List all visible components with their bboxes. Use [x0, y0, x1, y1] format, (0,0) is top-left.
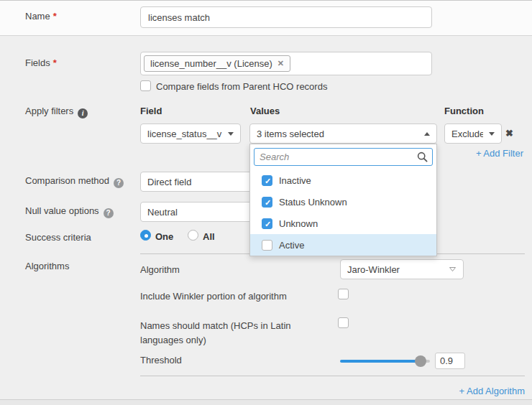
match-rule-form: Name* Fields* license_number__v (License…	[0, 0, 532, 405]
null-value-options-label: Null value options?	[25, 205, 114, 218]
filter-field-value: license_status__v …	[147, 129, 222, 139]
filter-function-select[interactable]: Exclude	[444, 124, 502, 144]
dropdown-search	[254, 148, 433, 166]
dropdown-option-unknown[interactable]: Unknown	[250, 213, 436, 234]
dropdown-option-active[interactable]: Active	[250, 234, 436, 256]
radio-all-label[interactable]: All	[203, 231, 215, 242]
radio-all[interactable]	[188, 230, 198, 241]
caret-up-icon	[424, 132, 430, 136]
algorithm-value: Jaro-Winkler	[347, 264, 449, 275]
search-input[interactable]	[254, 148, 433, 166]
help-icon[interactable]: ?	[104, 208, 114, 218]
remove-filter-icon[interactable]: ✖	[505, 128, 513, 139]
slider-track-filled	[340, 360, 421, 363]
column-header-function: Function	[444, 106, 484, 116]
include-winkler-label: Include Winkler portion of algorithm	[140, 291, 287, 302]
name-input[interactable]	[140, 6, 432, 28]
radio-one-label[interactable]: One	[155, 231, 173, 242]
info-icon[interactable]: i	[78, 108, 88, 118]
option-label: Unknown	[279, 218, 318, 229]
section-divider	[140, 376, 525, 376]
footer-strip	[0, 399, 532, 405]
apply-filters-label-text: Apply filters	[25, 106, 73, 116]
option-checkbox[interactable]	[262, 197, 272, 208]
name-label-text: Name	[25, 11, 50, 22]
apply-filters-label: Apply filtersi	[25, 106, 88, 118]
names-match-label: Names should match (HCPs in Latin langua…	[140, 319, 311, 348]
required-asterisk: *	[53, 57, 57, 68]
null-value-options-value: Neutral	[147, 207, 252, 218]
threshold-slider[interactable]	[340, 355, 430, 367]
threshold-input[interactable]	[435, 353, 465, 369]
add-algorithm-link[interactable]: + Add Algorithm	[459, 386, 525, 396]
values-dropdown-panel: Inactive Status Unknown Unknown Active	[249, 144, 437, 256]
filter-function-value: Exclude	[451, 129, 483, 139]
comparison-method-label: Comparison method?	[25, 175, 124, 188]
dropdown-option-inactive[interactable]: Inactive	[250, 169, 436, 191]
help-icon[interactable]: ?	[114, 178, 124, 188]
option-checkbox[interactable]	[262, 218, 272, 229]
fields-label-text: Fields	[25, 57, 50, 68]
radio-one[interactable]	[140, 230, 151, 241]
names-match-checkbox[interactable]	[338, 317, 349, 328]
caret-down-icon	[489, 132, 495, 136]
comparison-method-select[interactable]: Direct field	[140, 172, 259, 192]
caret-outline-down-icon	[449, 266, 457, 272]
option-label: Status Unknown	[279, 197, 347, 208]
comparison-method-value: Direct field	[147, 177, 252, 187]
column-header-values: Values	[250, 106, 280, 116]
filter-values-select[interactable]: 3 items selected	[249, 124, 437, 144]
comparison-method-label-text: Comparison method	[25, 175, 109, 186]
field-tag-label: license_number__v (License)	[150, 58, 272, 69]
threshold-label: Threshold	[140, 355, 182, 366]
option-checkbox[interactable]	[262, 175, 272, 186]
name-label: Name*	[25, 11, 57, 22]
option-checkbox[interactable]	[262, 240, 272, 251]
required-asterisk: *	[53, 11, 57, 22]
success-criteria-label: Success criteria	[25, 232, 91, 243]
parent-hco-label: Compare fields from Parent HCO records	[156, 81, 327, 92]
field-tag: license_number__v (License) ✕	[144, 55, 290, 72]
remove-tag-icon[interactable]: ✕	[278, 59, 284, 68]
option-label: Inactive	[279, 175, 311, 186]
filter-values-value: 3 items selected	[257, 129, 418, 139]
add-filter-link[interactable]: + Add Filter	[476, 148, 523, 159]
null-value-options-select[interactable]: Neutral	[140, 202, 259, 222]
include-winkler-checkbox[interactable]	[338, 289, 349, 299]
option-label: Active	[279, 240, 304, 251]
column-header-field: Field	[140, 106, 162, 116]
null-value-options-label-text: Null value options	[25, 205, 99, 216]
fields-label: Fields*	[25, 57, 57, 68]
fields-tag-input[interactable]: license_number__v (License) ✕	[140, 52, 432, 75]
algorithm-select[interactable]: Jaro-Winkler	[340, 259, 464, 279]
search-icon	[417, 152, 428, 164]
caret-down-icon	[228, 132, 234, 136]
parent-hco-checkbox[interactable]	[140, 80, 151, 91]
slider-thumb[interactable]	[415, 355, 426, 367]
dropdown-option-status-unknown[interactable]: Status Unknown	[250, 191, 436, 213]
filter-field-select[interactable]: license_status__v …	[140, 124, 241, 144]
algorithms-section-label: Algorithms	[25, 261, 69, 271]
algorithm-label: Algorithm	[140, 264, 180, 275]
